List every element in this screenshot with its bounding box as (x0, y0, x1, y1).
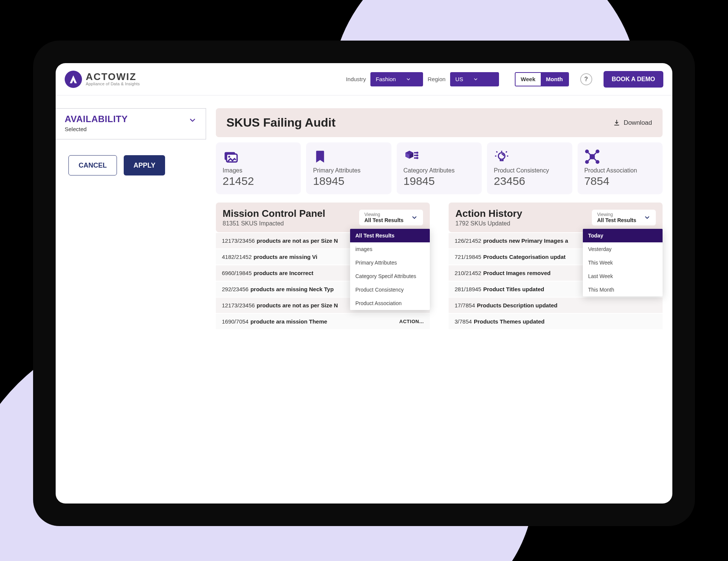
panel-header: Mission Control Panel 81351 SKUS Impacte… (216, 203, 430, 232)
list-item[interactable]: 3/7854Products Themes updated (449, 313, 663, 329)
svg-point-8 (416, 157, 419, 159)
history-viewing-select[interactable]: Viewing All Test Results (592, 210, 656, 225)
brand-logo[interactable]: ACTOWIZ Appliance of Data & Insights (65, 71, 140, 88)
stat-product-association[interactable]: Product Association 7854 (578, 142, 663, 194)
list-item[interactable]: 1690/7054producte ara mission ThemeACTIO… (216, 313, 430, 329)
dropdown-item[interactable]: Last Week (583, 269, 663, 283)
history-viewing-dropdown: Today Vesterday This Week Last Week This… (583, 229, 663, 296)
lightbulb-gear-icon (494, 148, 565, 165)
page-title: SKUS Failing Audit (226, 116, 335, 130)
svg-point-4 (416, 152, 419, 154)
toggle-week[interactable]: Week (516, 73, 541, 86)
industry-select[interactable]: Fashion (370, 72, 423, 86)
stat-value: 18945 (313, 175, 384, 188)
apply-button[interactable]: APPLY (124, 155, 165, 175)
mission-viewing-select[interactable]: Viewing All Test Results (359, 210, 423, 225)
chevron-down-icon (411, 214, 418, 221)
dropdown-item[interactable]: Primary Attributes (350, 256, 430, 269)
industry-label: Industry (346, 76, 366, 82)
availability-title: AVAILABILITY (65, 114, 128, 124)
tablet-frame: ACTOWIZ Appliance of Data & Insights Ind… (33, 41, 695, 526)
availability-subtitle: Selected (65, 126, 128, 132)
action-link[interactable]: ACTION... (399, 319, 424, 324)
logo-mark (65, 71, 82, 88)
svg-point-13 (585, 161, 588, 163)
screen: ACTOWIZ Appliance of Data & Insights Ind… (56, 63, 672, 504)
download-label: Download (623, 119, 652, 127)
stat-primary-attributes[interactable]: Primary Attributes 18945 (306, 142, 391, 194)
body: AVAILABILITY Selected CANCEL APPLY SKUS … (56, 95, 672, 504)
stat-images[interactable]: Images 21452 (216, 142, 301, 194)
sidebar: AVAILABILITY Selected CANCEL APPLY (56, 95, 206, 504)
panel-title: Action History (455, 208, 522, 219)
action-history-panel: Action History 1792 SKUs Updated Viewing… (449, 203, 663, 329)
download-button[interactable]: Download (613, 119, 652, 127)
period-toggle: Week Month (515, 72, 569, 86)
dropdown-item[interactable]: All Test Results (350, 229, 430, 242)
stat-label: Category Attributes (403, 167, 475, 174)
industry-value: Fashion (376, 76, 396, 82)
svg-point-12 (596, 150, 599, 153)
brand-tagline: Appliance of Data & Insights (86, 82, 140, 86)
viewing-label: Viewing (597, 212, 613, 217)
images-icon (223, 148, 294, 165)
panel-subtitle: 1792 SKUs Updated (455, 220, 522, 227)
book-demo-button[interactable]: BOOK A DEMO (604, 71, 663, 88)
panel-subtitle: 81351 SKUS Impacted (223, 220, 325, 227)
stat-product-consistency[interactable]: Product Consistency 23456 (487, 142, 572, 194)
bookmark-icon (313, 148, 384, 165)
panel-header: Action History 1792 SKUs Updated Viewing… (449, 203, 663, 232)
download-icon (613, 119, 620, 127)
availability-card[interactable]: AVAILABILITY Selected (56, 108, 206, 139)
list-item[interactable]: 17/7854Products Description updated (449, 297, 663, 313)
dropdown-item[interactable]: This Month (583, 283, 663, 296)
dropdown-item[interactable]: Today (583, 229, 663, 242)
cancel-button[interactable]: CANCEL (68, 155, 117, 175)
panel-title: Mission Control Panel (223, 208, 325, 219)
network-icon (584, 148, 656, 165)
header-filters: Industry Fashion Region US Week Month ? … (346, 71, 663, 88)
viewing-value: All Test Results (364, 217, 403, 223)
chevron-down-icon (406, 77, 411, 82)
chevron-down-icon (644, 214, 651, 221)
brand-name: ACTOWIZ (86, 72, 140, 82)
region-value: US (455, 76, 463, 82)
mission-viewing-dropdown: All Test Results images Primary Attribut… (350, 229, 430, 310)
toggle-month[interactable]: Month (541, 73, 568, 86)
svg-point-6 (416, 154, 419, 157)
dropdown-item[interactable]: Vesterday (583, 242, 663, 256)
stats-row: Images 21452 Primary Attributes 18945 Ca… (216, 142, 663, 194)
dropdown-item[interactable]: Category Specif Attributes (350, 269, 430, 283)
page-header: SKUS Failing Audit Download (216, 108, 663, 137)
svg-point-2 (228, 156, 230, 157)
stat-category-attributes[interactable]: Category Attributes 19845 (397, 142, 482, 194)
sidebar-actions: CANCEL APPLY (56, 155, 206, 175)
mission-control-panel: Mission Control Panel 81351 SKUS Impacte… (216, 203, 430, 329)
svg-point-11 (585, 150, 588, 153)
main: SKUS Failing Audit Download Images 21452 (206, 95, 672, 504)
stat-value: 21452 (223, 175, 294, 188)
category-icon (403, 148, 475, 165)
viewing-label: Viewing (364, 212, 380, 217)
logo-text: ACTOWIZ Appliance of Data & Insights (86, 72, 140, 86)
region-select[interactable]: US (450, 72, 499, 86)
viewing-value: All Test Results (597, 217, 636, 223)
dropdown-item[interactable]: Product Consistency (350, 283, 430, 296)
help-button[interactable]: ? (580, 73, 592, 85)
dropdown-item[interactable]: images (350, 242, 430, 256)
region-label: Region (428, 76, 446, 82)
stat-value: 23456 (494, 175, 565, 188)
stat-value: 7854 (584, 175, 656, 188)
dropdown-item[interactable]: This Week (583, 256, 663, 269)
header: ACTOWIZ Appliance of Data & Insights Ind… (56, 63, 672, 95)
chevron-down-icon (188, 116, 197, 124)
panels: Mission Control Panel 81351 SKUS Impacte… (216, 203, 663, 329)
stat-label: Product Association (584, 167, 656, 174)
stat-label: Primary Attributes (313, 167, 384, 174)
svg-point-14 (596, 161, 599, 163)
stat-value: 19845 (403, 175, 475, 188)
stat-label: Product Consistency (494, 167, 565, 174)
dropdown-item[interactable]: Product Association (350, 296, 430, 310)
chevron-down-icon (473, 77, 478, 82)
svg-rect-10 (590, 155, 594, 159)
